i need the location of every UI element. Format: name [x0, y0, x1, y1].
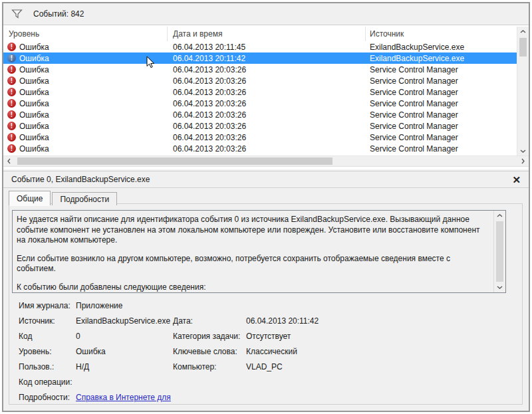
- error-level-icon: !: [7, 65, 16, 74]
- error-level-icon: !: [7, 54, 16, 62]
- preview-pane-header: Событие 0, ExilandBackupService.exe ✕: [3, 171, 529, 188]
- table-header-row: Уровень Дата и время Источник: [3, 27, 529, 41]
- error-level-icon: !: [7, 99, 16, 108]
- level-cell: Ошибка: [19, 99, 49, 108]
- field-label-code: Код: [19, 332, 76, 341]
- table-row[interactable]: !Ошибка06.04.2013 20:11:45ExilandBackupS…: [3, 41, 517, 52]
- scroll-up-icon[interactable]: [494, 211, 505, 221]
- error-level-icon: !: [7, 43, 16, 51]
- preview-tabs: Общие Подробности: [3, 188, 529, 205]
- tab-details[interactable]: Подробности: [52, 192, 117, 205]
- filter-icon[interactable]: [11, 9, 23, 19]
- field-label-keywords: Ключевые слова:: [173, 347, 246, 356]
- datetime-cell: 06.04.2013 20:03:26: [168, 99, 366, 108]
- description-paragraph: Не удается найти описание для идентифика…: [17, 215, 491, 246]
- vertical-scrollbar[interactable]: [517, 27, 529, 156]
- field-label-level: Уровень:: [19, 347, 76, 356]
- source-cell: Service Control Manager: [366, 144, 517, 154]
- field-label-source: Источник:: [19, 316, 76, 326]
- description-scrollbar[interactable]: [493, 211, 505, 292]
- level-cell: Ошибка: [19, 76, 49, 86]
- field-value-keywords: Классический: [246, 347, 509, 356]
- field-label-task-category: Категория задачи:: [173, 332, 246, 341]
- event-viewer-panel: Событий: 842 Уровень Дата и время Источн…: [2, 2, 530, 412]
- datetime-cell: 06.04.2013 20:03:26: [168, 110, 366, 120]
- field-value-level: Ошибка: [76, 347, 173, 356]
- field-value-computer: VLAD_PC: [246, 362, 509, 371]
- field-value-task-category: Отсутствует: [246, 332, 509, 341]
- tab-general[interactable]: Общие: [9, 191, 51, 205]
- source-cell: Service Control Manager: [366, 110, 517, 120]
- event-description-text: Не удается найти описание для идентифика…: [17, 211, 491, 292]
- level-cell: Ошибка: [19, 43, 49, 52]
- column-header-datetime[interactable]: Дата и время: [168, 27, 366, 41]
- error-level-icon: !: [7, 88, 16, 96]
- level-cell: Ошибка: [19, 122, 49, 131]
- online-help-link[interactable]: Справка в Интернете для: [76, 393, 171, 402]
- error-level-icon: !: [7, 76, 16, 85]
- level-cell: Ошибка: [19, 54, 49, 63]
- column-header-level[interactable]: Уровень: [3, 27, 168, 41]
- level-cell: Ошибка: [19, 88, 49, 97]
- table-row[interactable]: !Ошибка06.04.2013 20:03:26Service Contro…: [3, 120, 517, 132]
- table-row[interactable]: !Ошибка06.04.2013 20:03:26Service Contro…: [3, 75, 517, 86]
- error-level-icon: !: [7, 110, 16, 119]
- filter-bar: Событий: 842: [3, 3, 529, 25]
- datetime-cell: 06.04.2013 20:03:26: [168, 122, 366, 131]
- source-cell: Service Control Manager: [366, 133, 517, 142]
- field-label-computer: Компьютер:: [173, 362, 246, 371]
- event-fields: Имя журнала: Приложение Источник: Exilan…: [12, 297, 515, 406]
- scroll-left-icon[interactable]: [3, 156, 15, 166]
- field-label-log-name: Имя журнала:: [19, 301, 76, 310]
- horizontal-scrollbar-thumb[interactable]: [17, 157, 332, 165]
- description-scrollbar-thumb[interactable]: [496, 221, 503, 282]
- source-cell: Service Control Manager: [366, 88, 517, 97]
- table-row[interactable]: !Ошибка06.04.2013 20:11:42ExilandBackupS…: [3, 52, 517, 64]
- table-body: !Ошибка06.04.2013 20:11:45ExilandBackupS…: [3, 41, 517, 154]
- datetime-cell: 06.04.2013 20:03:26: [168, 133, 366, 142]
- field-value-log-name: Приложение: [76, 301, 509, 310]
- field-label-op-code: Код операции:: [19, 377, 76, 387]
- preview-title: Событие 0, ExilandBackupService.exe: [11, 175, 150, 184]
- source-cell: ExilandBackupService.exe: [366, 54, 517, 63]
- mouse-cursor: [146, 56, 156, 69]
- source-cell: Service Control Manager: [366, 122, 517, 131]
- table-row[interactable]: !Ошибка06.04.2013 20:03:26Service Contro…: [3, 98, 517, 109]
- field-label-details: Подробности:: [19, 393, 76, 402]
- description-paragraph: Если событие возникло на другом компьюте…: [17, 254, 491, 274]
- table-row[interactable]: !Ошибка06.04.2013 20:03:26Service Contro…: [3, 64, 517, 75]
- close-icon[interactable]: ✕: [512, 175, 521, 185]
- field-label-user: Пользов.:: [19, 362, 76, 371]
- tab-content-box: Не удается найти описание для идентифика…: [9, 203, 523, 405]
- table-row[interactable]: !Ошибка06.04.2013 20:03:26Service Contro…: [3, 132, 517, 143]
- column-header-source[interactable]: Источник: [366, 27, 517, 41]
- table-row[interactable]: !Ошибка06.04.2013 20:03:26Service Contro…: [3, 86, 517, 98]
- scroll-right-icon[interactable]: [517, 156, 529, 166]
- vertical-scrollbar-thumb[interactable]: [519, 38, 527, 56]
- datetime-cell: 06.04.2013 20:03:26: [168, 88, 366, 97]
- datetime-cell: 06.04.2013 20:03:26: [168, 144, 366, 154]
- field-value-source: ExilandBackupService.exe: [76, 316, 173, 326]
- error-level-icon: !: [7, 133, 16, 142]
- datetime-cell: 06.04.2013 20:03:26: [168, 65, 366, 74]
- event-description-box[interactable]: Не удается найти описание для идентифика…: [12, 210, 506, 293]
- scroll-down-icon[interactable]: [517, 146, 529, 156]
- preview-pane: Событие 0, ExilandBackupService.exe ✕ Об…: [3, 169, 529, 411]
- horizontal-scrollbar[interactable]: [3, 155, 529, 166]
- events-count: Событий: 842: [33, 9, 84, 19]
- scroll-down-icon[interactable]: [494, 282, 505, 292]
- level-cell: Ошибка: [19, 110, 49, 120]
- datetime-cell: 06.04.2013 20:11:45: [168, 43, 366, 52]
- table-row[interactable]: !Ошибка06.04.2013 20:03:26Service Contro…: [3, 109, 517, 120]
- source-cell: Service Control Manager: [366, 99, 517, 108]
- description-paragraph: К событию были добавлены следующие сведе…: [17, 282, 491, 292]
- field-value-code: 0: [76, 332, 173, 341]
- level-cell: Ошибка: [19, 144, 49, 154]
- scroll-up-icon[interactable]: [517, 27, 529, 37]
- source-cell: ExilandBackupService.exe: [366, 43, 517, 52]
- datetime-cell: 06.04.2013 20:03:26: [168, 76, 366, 86]
- events-table: Уровень Дата и время Источник !Ошибка06.…: [3, 27, 529, 167]
- table-row[interactable]: !Ошибка06.04.2013 20:03:26Service Contro…: [3, 143, 517, 154]
- field-label-date: Дата:: [173, 316, 246, 326]
- error-level-icon: !: [7, 122, 16, 130]
